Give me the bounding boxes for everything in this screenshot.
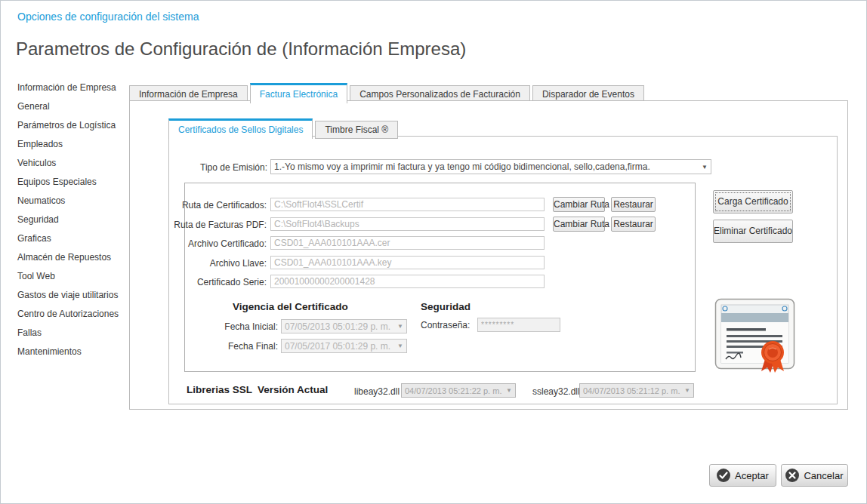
ruta-certificados-input[interactable] [270,198,545,211]
cambiar-ruta-facturas-button[interactable]: Cambiar Ruta [553,217,605,232]
settings-window: Opciones de configuración del sistema Pa… [0,0,867,504]
ruta-certificados-label: Ruta de Certificados: [171,200,267,211]
sidebar-item-almacen-de-repuestos[interactable]: Almacén de Repuestos [17,248,127,267]
fecha-final-label: Fecha Final: [182,341,278,352]
cancelar-label: Cancelar [804,470,843,481]
cambiar-ruta-certificados-button[interactable]: Cambiar Ruta [553,197,605,212]
aceptar-button[interactable]: Aceptar [709,464,776,487]
sidebar-item-tool-web[interactable]: Tool Web [17,267,127,286]
restaurar-ruta-certificados-button[interactable]: Restaurar [611,197,656,212]
libeay-label: libeay32.dll [354,386,398,397]
ruta-facturas-input[interactable] [270,217,545,231]
sidebar-item-general[interactable]: General [17,97,127,116]
fecha-inicial-label: Fecha Inicial: [182,321,278,332]
archivo-llave-label: Archivo Llave: [171,258,267,269]
sidebar-item-vehiculos[interactable]: Vehiculos [17,154,127,173]
carga-certificado-button[interactable]: Carga Certificado [713,190,793,214]
archivo-llave-input[interactable] [270,256,545,269]
vigencia-title: Vigencia del Certificado [233,301,348,312]
tipo-emision-value: 1.-Yo mismo voy a imprimir mi factura y … [274,161,699,172]
sidebar-item-graficas[interactable]: Graficas [17,229,127,248]
sidebar-item-informacion-de-empresa[interactable]: Información de Empresa [17,78,127,97]
fecha-inicial-value: 07/05/2013 05:01:29 p. m. [285,321,394,332]
contrasena-label: Contraseña: [421,320,473,330]
libeay-version-value: 04/07/2013 05:21:22 p. m. [405,386,504,395]
cancelar-button[interactable]: Cancelar [781,464,848,487]
sidebar: Información de Empresa General Parámetro… [17,78,127,361]
tab-factura-electronica[interactable]: Factura Electrónica [250,83,347,103]
x-icon [785,469,799,482]
fecha-final-value: 07/05/2017 05:01:29 p. m. [285,341,394,352]
certificado-serie-label: Certificado Serie: [171,277,267,287]
sidebar-item-gastos-de-viaje[interactable]: Gastos de viaje utilitarios [17,286,127,305]
check-icon [717,469,730,482]
seguridad-title: Seguridad [421,301,471,312]
fecha-final-select[interactable]: 07/05/2017 05:01:29 p. m. ▼ [281,339,407,353]
ruta-facturas-label: Ruta de Facturas PDF: [171,220,267,230]
version-actual-title: Versión Actual [258,384,328,395]
sub-tabstrip: Certificados de Sellos Digitales Timbre … [168,118,400,139]
sidebar-item-seguridad[interactable]: Seguridad [17,211,127,229]
sidebar-item-empleados[interactable]: Empleados [17,135,127,154]
tab-certificados-sellos-digitales[interactable]: Certificados de Sellos Digitales [168,118,313,139]
certificado-serie-input[interactable] [270,275,545,288]
chevron-down-icon: ▼ [394,323,403,330]
contrasena-value: ********* [481,321,557,329]
archivo-certificado-label: Archivo Certificado: [171,238,267,249]
ssleay-label: ssleay32.dll [532,386,576,397]
sidebar-item-parametros-de-logistica[interactable]: Parámetros de Logística [17,116,127,135]
tab-timbre-fiscal[interactable]: Timbre Fiscal ® [315,121,398,139]
certificate-icon [714,298,795,376]
chevron-down-icon: ▼ [699,164,708,171]
eliminar-certificado-button[interactable]: Eliminar Certificado [713,220,793,243]
ssleay-version-value: 04/07/2013 05:21:12 p. m. [583,386,682,395]
tipo-emision-select[interactable]: 1.-Yo mismo voy a imprimir mi factura y … [270,159,711,174]
sidebar-item-equipos-especiales[interactable]: Equipos Especiales [17,173,127,192]
chevron-down-icon: ▼ [504,387,512,394]
aceptar-label: Aceptar [735,470,769,481]
sidebar-item-neumaticos[interactable]: Neumaticos [17,192,127,211]
chevron-down-icon: ▼ [394,343,403,349]
breadcrumb[interactable]: Opciones de configuración del sistema [17,11,199,23]
ssleay-version-select[interactable]: 04/07/2013 05:21:12 p. m. ▼ [579,383,694,398]
restaurar-ruta-facturas-button[interactable]: Restaurar [611,217,656,232]
librerias-ssl-title: Librerias SSL [187,384,252,395]
tipo-emision-label: Tipo de Emisión: [182,162,267,173]
sidebar-item-fallas[interactable]: Fallas [17,324,127,343]
contrasena-input[interactable]: ********* [477,318,560,332]
sidebar-item-mantenimientos[interactable]: Mantenimientos [17,343,127,361]
libeay-version-select[interactable]: 04/07/2013 05:21:22 p. m. ▼ [401,383,516,398]
chevron-down-icon: ▼ [682,387,690,394]
page-title: Parametros de Configuración de (Informac… [16,38,466,60]
archivo-certificado-input[interactable] [270,236,545,250]
sidebar-item-centro-de-autorizaciones[interactable]: Centro de Autorizaciones [17,305,127,324]
fecha-inicial-select[interactable]: 07/05/2013 05:01:29 p. m. ▼ [281,319,407,333]
